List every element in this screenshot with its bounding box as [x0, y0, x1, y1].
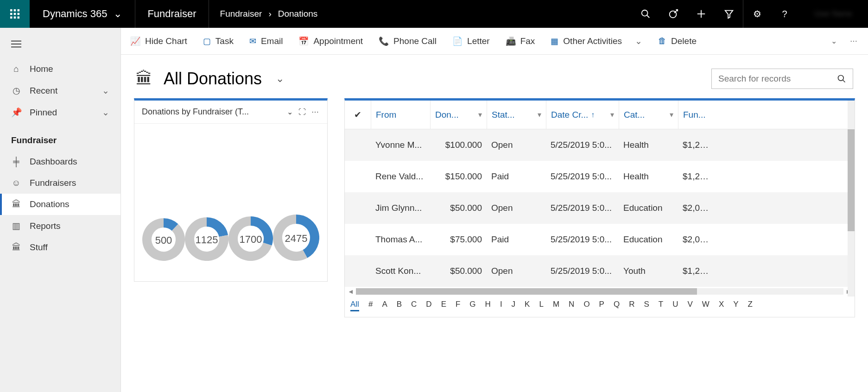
table-row[interactable]: Thomas A... $75.000 Paid 5/25/2019 5:0..…	[345, 224, 855, 255]
column-header-status[interactable]: Stat...▾	[487, 101, 546, 129]
cmd-delete[interactable]: 🗑Delete	[658, 36, 697, 46]
sidebar-item-fundraisers[interactable]: ☺ Fundraisers	[0, 172, 120, 194]
scroll-left-icon[interactable]: ◄	[348, 288, 354, 295]
sidebar-item-dashboards[interactable]: ╪ Dashboards	[0, 151, 120, 172]
funnel-icon[interactable]: ▾	[538, 110, 541, 119]
alpha-letter[interactable]: O	[583, 300, 589, 311]
cmd-phone[interactable]: 📞Phone Call	[379, 36, 437, 46]
chevron-down-icon[interactable]: ⌄	[287, 107, 293, 116]
alpha-letter[interactable]: W	[702, 300, 710, 311]
cmd-other-activities[interactable]: ▦Other Activities⌄	[551, 36, 642, 46]
funnel-icon[interactable]: ▾	[670, 110, 673, 119]
cell-from: Rene Vald...	[371, 171, 430, 182]
view-title[interactable]: All Donations	[164, 69, 262, 89]
search-box[interactable]	[711, 69, 853, 89]
column-header-donation[interactable]: Don...▾	[430, 101, 487, 129]
app-launcher-button[interactable]	[0, 0, 30, 28]
cmd-letter[interactable]: 📄Letter	[452, 36, 490, 46]
donut-chart[interactable]: 2475	[273, 215, 319, 263]
alpha-letter[interactable]: H	[485, 300, 491, 311]
sidebar-item-label: Home	[30, 64, 53, 74]
search-input[interactable]	[718, 74, 837, 84]
gear-icon: ⚙	[753, 8, 761, 19]
donut-chart[interactable]: 500	[142, 218, 185, 263]
sidebar-item-label: Fundraisers	[30, 178, 76, 188]
chart-title[interactable]: Donations by Fundraiser (T...	[142, 107, 281, 117]
cell-from: Scott Kon...	[371, 266, 430, 276]
cmd-appointment[interactable]: 📅Appointment	[298, 36, 363, 46]
alpha-letter[interactable]: S	[644, 300, 649, 311]
alpha-letter[interactable]: D	[426, 300, 431, 311]
table-row[interactable]: Jim Glynn... $50.000 Open 5/25/2019 5:0.…	[345, 192, 855, 224]
new-button[interactable]	[687, 0, 715, 28]
task-flow-button[interactable]	[659, 0, 687, 28]
sort-asc-icon[interactable]: ↑	[591, 111, 595, 119]
vertical-scrollbar-thumb[interactable]	[848, 129, 855, 231]
cell-date: 5/25/2019 5:0...	[546, 203, 619, 213]
alpha-letter[interactable]: J	[512, 300, 516, 311]
alpha-letter[interactable]: Z	[748, 300, 753, 311]
table-row[interactable]: Scott Kon... $50.000 Open 5/25/2019 5:0.…	[345, 255, 855, 287]
funnel-icon[interactable]: ▾	[478, 110, 482, 119]
table-row[interactable]: Yvonne M... $100.000 Open 5/25/2019 5:0.…	[345, 129, 855, 161]
user-menu[interactable]: User Name	[798, 0, 868, 28]
column-header-fundraiser[interactable]: Fun...	[678, 101, 714, 129]
alpha-letter[interactable]: V	[687, 300, 692, 311]
alpha-letter[interactable]: F	[456, 300, 460, 311]
alpha-letter[interactable]: E	[441, 300, 446, 311]
donut-chart[interactable]: 1700	[228, 216, 273, 263]
donut-chart[interactable]: 1125	[185, 217, 228, 263]
cmd-task[interactable]: ▢Task	[203, 36, 234, 46]
alpha-letter[interactable]: Q	[614, 300, 620, 311]
filter-button[interactable]	[715, 0, 743, 28]
search-button[interactable]	[632, 0, 659, 28]
breadcrumb-leaf[interactable]: Donations	[278, 9, 318, 19]
settings-button[interactable]: ⚙	[743, 0, 771, 28]
alpha-letter[interactable]: C	[411, 300, 417, 311]
expand-icon[interactable]: ⛶	[298, 108, 306, 116]
alpha-letter[interactable]: Y	[733, 300, 738, 311]
cmd-email[interactable]: ✉Email	[249, 36, 283, 46]
alpha-letter[interactable]: B	[397, 300, 402, 311]
cmd-hide-chart[interactable]: 📈Hide Chart	[130, 36, 187, 46]
select-all-checkbox[interactable]: ✔	[345, 101, 371, 129]
sidebar-item-pinned[interactable]: 📌 Pinned ⌄	[0, 101, 120, 123]
alpha-all[interactable]: All	[350, 300, 359, 311]
scroll-thumb[interactable]	[356, 288, 697, 295]
alpha-hash[interactable]: #	[368, 300, 373, 311]
app-name[interactable]: Fundraiser	[135, 0, 209, 28]
alpha-letter[interactable]: M	[553, 300, 559, 311]
alpha-letter[interactable]: U	[672, 300, 678, 311]
column-header-category[interactable]: Cat...▾	[619, 101, 678, 129]
cmd-overflow[interactable]: ⋯	[850, 37, 859, 45]
column-header-from[interactable]: From	[371, 101, 430, 129]
breadcrumb-root[interactable]: Fundraiser	[220, 9, 262, 19]
alpha-letter[interactable]: K	[525, 300, 530, 311]
cmd-delete-chevron[interactable]: ⌄	[831, 37, 837, 45]
sidebar-toggle[interactable]	[0, 31, 120, 58]
alpha-letter[interactable]: A	[382, 300, 387, 311]
alpha-letter[interactable]: I	[500, 300, 502, 311]
sidebar-item-donations[interactable]: 🏛 Donations	[0, 194, 120, 215]
alpha-letter[interactable]: L	[539, 300, 543, 311]
sidebar-item-recent[interactable]: ◷ Recent ⌄	[0, 80, 120, 101]
chart-overflow[interactable]: ⋯	[311, 107, 320, 116]
chevron-down-icon[interactable]: ⌄	[276, 73, 284, 85]
table-row[interactable]: Rene Vald... $150.000 Paid 5/25/2019 5:0…	[345, 161, 855, 192]
sidebar-item-home[interactable]: ⌂ Home	[0, 58, 120, 80]
alpha-letter[interactable]: R	[629, 300, 634, 311]
sidebar-item-reports[interactable]: ▥ Reports	[0, 215, 120, 237]
scroll-track[interactable]	[356, 288, 843, 295]
alpha-letter[interactable]: T	[659, 300, 663, 311]
horizontal-scrollbar[interactable]: ◄ ►	[345, 287, 855, 296]
alpha-letter[interactable]: N	[569, 300, 574, 311]
alpha-letter[interactable]: G	[469, 300, 475, 311]
column-header-date[interactable]: Date Cr...↑▾	[546, 101, 619, 129]
funnel-icon[interactable]: ▾	[610, 110, 614, 119]
alpha-letter[interactable]: P	[599, 300, 604, 311]
cmd-fax[interactable]: 📠Fax	[506, 36, 535, 46]
help-button[interactable]: ?	[771, 0, 798, 28]
brand-dropdown[interactable]: Dynamics 365 ⌄	[30, 0, 135, 28]
sidebar-item-stuff[interactable]: 🏛 Stuff	[0, 237, 120, 258]
alpha-letter[interactable]: X	[719, 300, 724, 311]
